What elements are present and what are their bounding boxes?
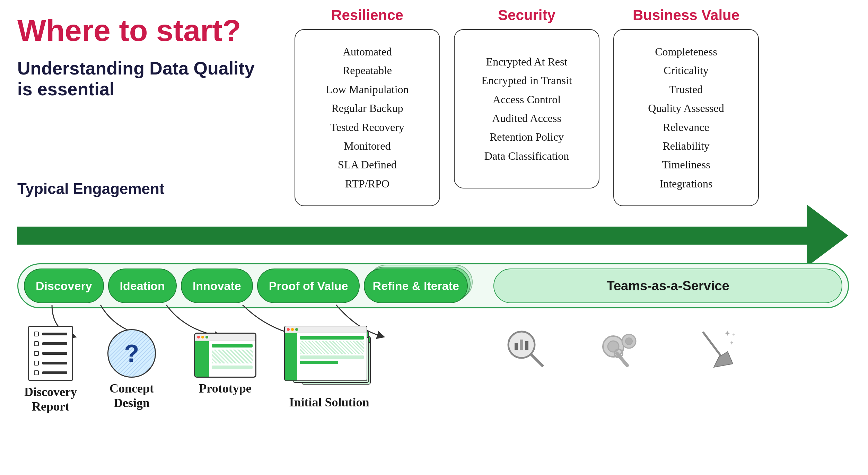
teams-icon-broom: ✦ ✦ ✦ <box>693 326 738 371</box>
security-title: Security <box>498 7 555 24</box>
illustration-prototype: Prototype <box>194 333 256 396</box>
resilience-box: Automated Repeatable Low Manipulation Re… <box>295 29 440 206</box>
typical-engagement-label: Typical Engagement <box>17 180 165 197</box>
prototype-icon <box>194 333 256 378</box>
main-container: Where to start? Understanding Data Quali… <box>0 0 868 475</box>
doc-line-4 <box>34 361 67 366</box>
initial-solution-label: Initial Solution <box>289 395 369 410</box>
main-title: Where to start? <box>17 14 260 47</box>
discovery-report-label: DiscoveryReport <box>24 385 77 414</box>
svg-rect-3 <box>520 340 523 350</box>
illustration-discovery-report: DiscoveryReport <box>24 326 77 414</box>
doc-text-2 <box>42 342 67 345</box>
business-value-title: Business Value <box>633 7 739 24</box>
gears-icon <box>589 326 651 371</box>
process-step-innovate: Innovate <box>181 269 253 303</box>
resilience-content: Automated Repeatable Low Manipulation Re… <box>326 42 409 193</box>
teams-icon-gears <box>589 326 651 371</box>
doc-line-3 <box>34 351 67 356</box>
process-step-refine: Refine & Iterate <box>364 269 468 303</box>
doc-bullet-3 <box>34 351 39 356</box>
screen-bar-hatch <box>212 350 253 363</box>
screen-body <box>195 341 255 377</box>
process-step-discovery: Discovery <box>24 269 104 303</box>
boxes-section: Resilience Automated Repeatable Low Mani… <box>295 7 759 206</box>
question-mark: ? <box>124 340 139 367</box>
process-step-proof: Proof of Value <box>257 269 360 303</box>
teams-icons-area: ✦ ✦ ✦ <box>502 326 738 371</box>
left-section: Where to start? Understanding Data Quali… <box>17 14 260 113</box>
business-value-column: Business Value Completeness Criticality … <box>613 7 759 206</box>
resilience-title: Resilience <box>331 7 403 24</box>
svg-line-1 <box>531 354 542 366</box>
security-content: Encrypted At Rest Encrypted in Transit A… <box>481 52 572 165</box>
dot-orange <box>201 336 204 338</box>
process-step-teams: Teams-as-a-Service <box>493 269 842 303</box>
screen-bar-2 <box>212 366 253 369</box>
svg-rect-2 <box>515 343 518 350</box>
svg-text:✦: ✦ <box>724 329 730 338</box>
broom-icon: ✦ ✦ ✦ <box>693 326 738 371</box>
screen-content <box>209 341 255 377</box>
doc-line-2 <box>34 341 67 346</box>
doc-text-5 <box>42 371 67 374</box>
prototype-label: Prototype <box>199 381 251 396</box>
stacked-screen-front <box>284 326 367 381</box>
doc-text-4 <box>42 362 67 364</box>
doc-bullet-5 <box>34 370 39 375</box>
process-step-ideation: Ideation <box>108 269 177 303</box>
security-column: Security Encrypted At Rest Encrypted in … <box>454 7 599 206</box>
screen-top-bar <box>195 334 255 341</box>
illustration-concept-design: ? ConceptDesign <box>107 329 156 410</box>
engagement-arrow <box>17 222 849 249</box>
doc-text-3 <box>42 352 67 355</box>
concept-design-icon: ? <box>107 329 156 378</box>
svg-point-8 <box>625 338 632 345</box>
svg-text:✦: ✦ <box>729 340 734 346</box>
illustration-initial-solution: Initial Solution <box>284 326 374 410</box>
process-step-refine-group: Refine & Iterate Refine & Iterate Refine… <box>364 267 475 305</box>
screen-bar-1 <box>212 344 253 348</box>
concept-design-label: ConceptDesign <box>109 381 154 410</box>
discovery-report-icon <box>28 326 73 381</box>
doc-line-1 <box>34 332 67 336</box>
doc-bullet-1 <box>34 332 39 336</box>
business-value-content: Completeness Criticality Trusted Quality… <box>648 42 724 193</box>
doc-bullet-4 <box>34 361 39 366</box>
doc-text-1 <box>42 333 67 335</box>
doc-line-5 <box>34 370 67 375</box>
svg-text:✦: ✦ <box>732 332 735 337</box>
screen-sidebar <box>195 341 209 377</box>
process-bar: Discovery Ideation Innovate Proof of Val… <box>17 263 849 308</box>
svg-rect-4 <box>525 341 528 350</box>
arrow-head <box>807 204 848 267</box>
dot-green <box>205 336 208 338</box>
analytics-icon <box>502 326 547 371</box>
svg-point-6 <box>608 341 619 352</box>
initial-solution-icon <box>284 326 374 392</box>
arrow-body <box>17 227 807 245</box>
doc-bullet-2 <box>34 341 39 346</box>
resilience-column: Resilience Automated Repeatable Low Mani… <box>295 7 440 206</box>
business-value-box: Completeness Criticality Trusted Quality… <box>613 29 759 206</box>
svg-marker-12 <box>714 352 733 367</box>
security-box: Encrypted At Rest Encrypted in Transit A… <box>454 29 599 188</box>
teams-icon-analytics <box>502 326 547 371</box>
dot-red <box>197 336 200 338</box>
subtitle: Understanding Data Quality is essential <box>17 58 260 99</box>
